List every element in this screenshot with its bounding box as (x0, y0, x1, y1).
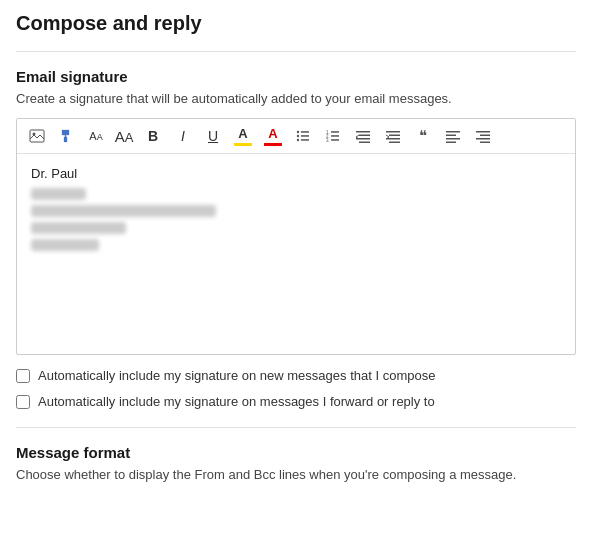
auto-signature-forward-checkbox[interactable] (16, 395, 30, 409)
format-paint-icon (59, 128, 75, 144)
svg-rect-24 (446, 138, 460, 140)
svg-rect-20 (386, 138, 400, 140)
auto-signature-forward-label: Automatically include my signature on me… (38, 393, 435, 411)
svg-rect-3 (301, 131, 309, 133)
svg-rect-5 (301, 135, 309, 137)
svg-text:3.: 3. (326, 138, 330, 143)
svg-rect-29 (480, 142, 490, 144)
svg-rect-19 (389, 135, 400, 137)
signature-blurred-line-4 (31, 239, 99, 251)
checkbox-row-2: Automatically include my signature on me… (16, 393, 576, 411)
increase-indent-button[interactable] (379, 123, 407, 149)
svg-rect-15 (359, 135, 370, 137)
bold-label: B (148, 128, 158, 144)
quote-label: ❝ (419, 127, 427, 145)
checkbox-row-1: Automatically include my signature on ne… (16, 367, 576, 385)
align-left-icon (445, 128, 461, 144)
italic-button[interactable]: I (169, 123, 197, 149)
svg-rect-17 (359, 142, 370, 144)
svg-rect-18 (386, 131, 400, 133)
highlight-label: A (238, 126, 247, 141)
numbering-icon: 1. 2. 3. (325, 128, 341, 144)
svg-rect-28 (476, 138, 490, 140)
highlight-button[interactable]: A (229, 123, 257, 149)
svg-rect-26 (476, 131, 490, 133)
signature-blurred-line-1 (31, 188, 86, 200)
italic-label: I (181, 128, 185, 144)
message-format-section: Message format Choose whether to display… (16, 444, 576, 482)
font-color-label: A (268, 126, 277, 141)
svg-point-6 (297, 139, 299, 141)
auto-signature-new-label: Automatically include my signature on ne… (38, 367, 435, 385)
decrease-indent-button[interactable] (349, 123, 377, 149)
increase-indent-icon (385, 128, 401, 144)
svg-rect-0 (30, 130, 44, 142)
font-size-decrease-button[interactable]: AA (83, 123, 109, 149)
signature-blurred-line-3 (31, 222, 126, 234)
underline-button[interactable]: U (199, 123, 227, 149)
svg-rect-27 (480, 135, 490, 137)
insert-image-icon (29, 128, 45, 144)
svg-rect-25 (446, 142, 456, 144)
svg-rect-11 (331, 135, 339, 137)
email-signature-section: Email signature Create a signature that … (16, 68, 576, 411)
svg-point-2 (297, 131, 299, 133)
email-signature-heading: Email signature (16, 68, 576, 85)
bullets-icon (295, 128, 311, 144)
format-paint-button[interactable] (53, 123, 81, 149)
email-signature-description: Create a signature that will be automati… (16, 91, 576, 106)
auto-signature-new-checkbox[interactable] (16, 369, 30, 383)
align-right-icon (475, 128, 491, 144)
align-left-button[interactable] (439, 123, 467, 149)
signature-name: Dr. Paul (31, 164, 561, 184)
svg-rect-21 (389, 142, 400, 144)
svg-rect-13 (331, 139, 339, 141)
signature-editor-content[interactable]: Dr. Paul (17, 154, 575, 354)
font-color-button[interactable]: A (259, 123, 287, 149)
font-color-bar (264, 143, 282, 146)
svg-rect-14 (356, 131, 370, 133)
insert-image-button[interactable] (23, 123, 51, 149)
editor-toolbar: AA AA B I U (17, 119, 575, 154)
font-size-increase-button[interactable]: AA (111, 123, 137, 149)
message-format-heading: Message format (16, 444, 576, 461)
svg-rect-7 (301, 139, 309, 141)
bullets-button[interactable] (289, 123, 317, 149)
bold-button[interactable]: B (139, 123, 167, 149)
svg-rect-22 (446, 131, 460, 133)
numbering-button[interactable]: 1. 2. 3. (319, 123, 347, 149)
page-container: Compose and reply Email signature Create… (0, 0, 592, 482)
align-right-button[interactable] (469, 123, 497, 149)
svg-point-4 (297, 135, 299, 137)
quote-button[interactable]: ❝ (409, 123, 437, 149)
signature-blurred-line-2 (31, 205, 216, 217)
section-divider (16, 427, 576, 428)
svg-rect-9 (331, 131, 339, 133)
message-format-description: Choose whether to display the From and B… (16, 467, 576, 482)
underline-label: U (208, 128, 218, 144)
decrease-indent-icon (355, 128, 371, 144)
signature-editor: AA AA B I U (16, 118, 576, 355)
font-size-decrease-label: AA (89, 130, 102, 142)
highlight-color-bar (234, 143, 252, 146)
page-title: Compose and reply (16, 0, 576, 52)
svg-rect-23 (446, 135, 456, 137)
font-size-increase-label: AA (115, 128, 134, 145)
